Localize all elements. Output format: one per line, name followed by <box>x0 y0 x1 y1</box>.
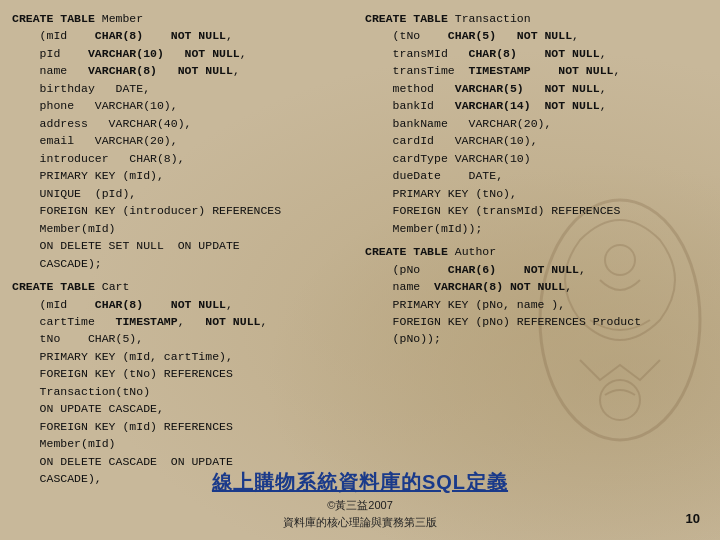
left-column: CREATE TABLE Member (mId CHAR(8) NOT NUL… <box>12 10 355 494</box>
author-sql: CREATE TABLE Author (pNo CHAR(6) NOT NUL… <box>365 243 708 348</box>
content-area: CREATE TABLE Member (mId CHAR(8) NOT NUL… <box>0 0 720 504</box>
transaction-sql: CREATE TABLE Transaction (tNo CHAR(5) NO… <box>365 10 708 237</box>
sql-block-author: CREATE TABLE Author (pNo CHAR(6) NOT NUL… <box>365 243 708 348</box>
page-number: 10 <box>686 511 700 526</box>
footer-sub1: ©黃三益2007 <box>0 498 720 513</box>
cart-sql: CREATE TABLE Cart (mId CHAR(8) NOT NULL,… <box>12 278 355 488</box>
sql-block-transaction: CREATE TABLE Transaction (tNo CHAR(5) NO… <box>365 10 708 237</box>
footer-sub2: 資料庫的核心理論與實務第三版 <box>0 515 720 530</box>
member-sql: CREATE TABLE Member (mId CHAR(8) NOT NUL… <box>12 10 355 272</box>
sql-block-cart: CREATE TABLE Cart (mId CHAR(8) NOT NULL,… <box>12 278 355 488</box>
footer-title: 線上購物系統資料庫的SQL定義 <box>0 469 720 496</box>
right-column: CREATE TABLE Transaction (tNo CHAR(5) NO… <box>365 10 708 494</box>
sql-block-member: CREATE TABLE Member (mId CHAR(8) NOT NUL… <box>12 10 355 272</box>
footer: 線上購物系統資料庫的SQL定義 ©黃三益2007 資料庫的核心理論與實務第三版 <box>0 469 720 530</box>
copyright: ©黃三益2007 <box>327 499 393 511</box>
